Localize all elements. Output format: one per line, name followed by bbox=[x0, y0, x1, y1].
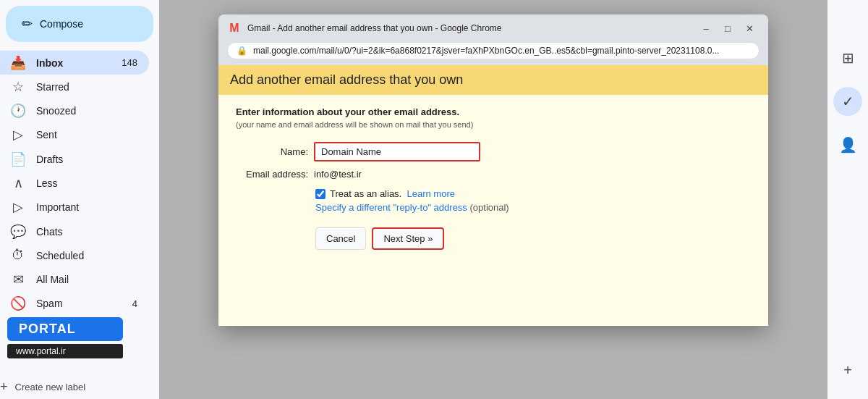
alias-checkbox[interactable] bbox=[315, 189, 326, 199]
alias-text: Treat as an alias. bbox=[330, 188, 401, 199]
url-text: mail.google.com/mail/u/0/?ui=2&ik=6a868f… bbox=[253, 46, 750, 56]
chrome-controls: – □ ✕ bbox=[696, 21, 760, 35]
reply-to-link[interactable]: Specify a different "reply-to" address bbox=[315, 202, 467, 213]
alias-label: Treat as an alias. Learn more bbox=[330, 188, 455, 199]
allmail-icon: ✉ bbox=[10, 272, 26, 287]
sidebar-item-sent[interactable]: ▷ Sent bbox=[0, 123, 149, 147]
sidebar-item-allmail[interactable]: ✉ All Mail bbox=[0, 268, 149, 292]
sent-label: Sent bbox=[36, 129, 137, 140]
inbox-icon: 📥 bbox=[10, 55, 26, 71]
compose-button[interactable]: ✏ Compose bbox=[6, 6, 153, 42]
email-row: Email address: info@test.ir bbox=[236, 169, 751, 180]
lock-icon: 🔒 bbox=[237, 46, 247, 56]
create-label-item[interactable]: + Create new label bbox=[0, 375, 159, 399]
scheduled-label: Scheduled bbox=[36, 250, 137, 261]
add-apps-icon[interactable]: + bbox=[833, 356, 862, 385]
drafts-icon: 📄 bbox=[10, 151, 26, 167]
name-label: Name: bbox=[236, 146, 308, 157]
tasks-icon[interactable]: ✓ bbox=[833, 87, 862, 116]
google-apps-icon[interactable]: ⊞ bbox=[833, 43, 862, 72]
name-input[interactable] bbox=[314, 142, 480, 161]
sidebar-item-drafts[interactable]: 📄 Drafts bbox=[0, 147, 149, 171]
sidebar-item-less[interactable]: ∧ Less bbox=[0, 171, 149, 195]
minimize-button[interactable]: – bbox=[696, 21, 716, 35]
right-sidebar: ⊞ ✓ 👤 + bbox=[827, 0, 868, 399]
spam-label: Spam bbox=[36, 298, 122, 309]
email-value: info@test.ir bbox=[314, 169, 362, 180]
name-row: Name: bbox=[236, 142, 751, 161]
important-icon: ▷ bbox=[10, 199, 26, 215]
portal-badge: PORTAL bbox=[7, 317, 123, 341]
dialog-hint: (your name and email address will be sho… bbox=[236, 120, 751, 129]
chats-icon: 💬 bbox=[10, 224, 26, 240]
important-label: Important bbox=[36, 201, 137, 213]
compose-icon: ✏ bbox=[22, 16, 33, 32]
next-step-button[interactable]: Next Step » bbox=[372, 227, 444, 250]
email-label: Email address: bbox=[236, 169, 308, 180]
chrome-titlebar: M Gmail - Add another email address that… bbox=[218, 14, 768, 42]
gmail-chrome-icon: M bbox=[227, 22, 242, 35]
close-button[interactable]: ✕ bbox=[739, 21, 760, 35]
sidebar: ✏ Compose 📥 Inbox 148 ☆ Starred 🕐 Snooze… bbox=[0, 0, 159, 399]
dialog-content: Add another email address that you own E… bbox=[218, 65, 768, 326]
spam-badge: 4 bbox=[132, 298, 137, 309]
portal-url: www.portal.ir bbox=[7, 344, 123, 358]
less-icon: ∧ bbox=[10, 175, 26, 191]
less-label: Less bbox=[36, 177, 137, 189]
chrome-window: M Gmail - Add another email address that… bbox=[218, 14, 768, 326]
snoozed-label: Snoozed bbox=[36, 105, 137, 117]
modal-overlay: M Gmail - Add another email address that… bbox=[159, 0, 827, 399]
address-bar[interactable]: 🔒 mail.google.com/mail/u/0/?ui=2&ik=6a86… bbox=[227, 42, 760, 59]
inbox-badge: 148 bbox=[122, 57, 137, 68]
chrome-title: Gmail - Add another email address that y… bbox=[247, 23, 690, 33]
compose-label: Compose bbox=[40, 18, 83, 30]
sidebar-item-inbox[interactable]: 📥 Inbox 148 bbox=[0, 51, 149, 75]
starred-label: Starred bbox=[36, 81, 137, 93]
sent-icon: ▷ bbox=[10, 127, 26, 143]
snoozed-icon: 🕐 bbox=[10, 103, 26, 119]
cancel-button[interactable]: Cancel bbox=[315, 227, 366, 250]
dialog-title: Add another email address that you own bbox=[218, 65, 768, 95]
dialog-subtitle: Enter information about your other email… bbox=[236, 106, 751, 117]
maximize-button[interactable]: □ bbox=[718, 21, 738, 35]
sidebar-item-chats[interactable]: 💬 Chats bbox=[0, 219, 149, 243]
sidebar-item-snoozed[interactable]: 🕐 Snoozed bbox=[0, 99, 149, 123]
reply-to-row: Specify a different "reply-to" address (… bbox=[315, 202, 751, 213]
create-label-text: Create new label bbox=[15, 382, 86, 392]
plus-icon: + bbox=[0, 379, 8, 395]
sidebar-item-important[interactable]: ▷ Important bbox=[0, 196, 149, 219]
inbox-label: Inbox bbox=[36, 57, 111, 69]
sidebar-item-starred[interactable]: ☆ Starred bbox=[0, 75, 149, 98]
portal-area: PORTAL www.portal.ir bbox=[0, 313, 130, 363]
starred-icon: ☆ bbox=[10, 79, 26, 95]
learn-more-link[interactable]: Learn more bbox=[407, 188, 454, 199]
chats-label: Chats bbox=[36, 226, 137, 238]
main-content: M Gmail - Add another email address that… bbox=[159, 0, 827, 399]
allmail-label: All Mail bbox=[36, 274, 137, 285]
drafts-label: Drafts bbox=[36, 154, 137, 165]
spam-icon: 🚫 bbox=[10, 295, 26, 311]
scheduled-icon: ⏱ bbox=[10, 248, 26, 263]
sidebar-item-scheduled[interactable]: ⏱ Scheduled bbox=[0, 243, 149, 267]
contacts-icon[interactable]: 👤 bbox=[833, 130, 862, 159]
optional-text: (optional) bbox=[470, 202, 509, 213]
dialog-actions: Cancel Next Step » bbox=[315, 227, 751, 250]
alias-row: Treat as an alias. Learn more bbox=[315, 188, 751, 199]
